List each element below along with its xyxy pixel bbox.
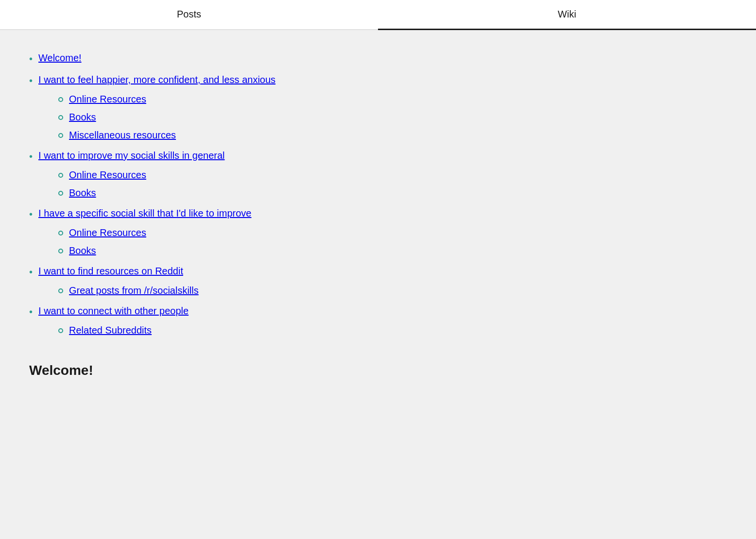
link-social-online[interactable]: Online Resources (69, 169, 146, 181)
sub-bullet-icon (58, 173, 63, 178)
list-item: Related Subreddits (58, 322, 602, 338)
sub-bullet-icon (58, 288, 63, 293)
link-specific-online[interactable]: Online Resources (69, 227, 146, 238)
list-item: Books (58, 109, 602, 125)
list-item: Books (58, 185, 602, 201)
link-happier-misc[interactable]: Miscellaneous resources (69, 130, 176, 141)
link-reddit-posts[interactable]: Great posts from /r/socialskills (69, 285, 199, 296)
sub-list-specific: Online Resources Books (58, 225, 602, 259)
bullet-icon: • (29, 75, 33, 86)
sub-list-reddit: Great posts from /r/socialskills (58, 283, 602, 299)
sub-list-social: Online Resources Books (58, 167, 602, 201)
link-reddit[interactable]: I want to find resources on Reddit (38, 266, 183, 277)
link-connect-subreddits[interactable]: Related Subreddits (69, 325, 152, 336)
tab-bar: Posts Wiki (0, 0, 756, 30)
sub-list-connect: Related Subreddits (58, 322, 602, 338)
bullet-icon: • (29, 53, 33, 65)
list-item-welcome: • Welcome! (29, 50, 602, 67)
sub-bullet-icon (58, 328, 63, 333)
sub-bullet-icon (58, 249, 63, 253)
list-item: Online Resources (58, 167, 602, 183)
list-item: Books (58, 243, 602, 259)
link-welcome[interactable]: Welcome! (38, 52, 82, 64)
tab-wiki[interactable]: Wiki (378, 0, 756, 30)
bullet-icon: • (29, 267, 33, 278)
list-item: Great posts from /r/socialskills (58, 283, 602, 299)
bullet-icon: • (29, 151, 33, 162)
sub-list-happier: Online Resources Books Miscellaneous res… (58, 91, 602, 143)
list-item-connect: • I want to connect with other people Re… (29, 303, 602, 338)
list-item-specific: • I have a specific social skill that I'… (29, 205, 602, 259)
main-nav-list: • Welcome! • I want to feel happier, mor… (29, 50, 602, 338)
list-item: Online Resources (58, 91, 602, 107)
sub-bullet-icon (58, 115, 63, 120)
tab-posts[interactable]: Posts (0, 0, 378, 30)
list-item-reddit: • I want to find resources on Reddit Gre… (29, 263, 602, 299)
bullet-icon: • (29, 209, 33, 220)
bullet-icon: • (29, 306, 33, 318)
list-item: Online Resources (58, 225, 602, 241)
link-social-skills[interactable]: I want to improve my social skills in ge… (38, 150, 224, 161)
link-social-books[interactable]: Books (69, 187, 96, 199)
link-happier-online[interactable]: Online Resources (69, 94, 146, 105)
section-heading-welcome: Welcome! (29, 358, 602, 378)
link-happier[interactable]: I want to feel happier, more confident, … (38, 74, 275, 85)
list-item-social-skills: • I want to improve my social skills in … (29, 147, 602, 201)
link-specific[interactable]: I have a specific social skill that I'd … (38, 208, 251, 219)
sub-bullet-icon (58, 133, 63, 138)
content-area: • Welcome! • I want to feel happier, mor… (0, 30, 632, 407)
list-item: Miscellaneous resources (58, 127, 602, 143)
link-connect[interactable]: I want to connect with other people (38, 305, 189, 317)
sub-bullet-icon (58, 231, 63, 236)
sub-bullet-icon (58, 191, 63, 196)
sub-bullet-icon (58, 97, 63, 102)
list-item-happier: • I want to feel happier, more confident… (29, 71, 602, 143)
link-specific-books[interactable]: Books (69, 245, 96, 256)
link-happier-books[interactable]: Books (69, 112, 96, 123)
